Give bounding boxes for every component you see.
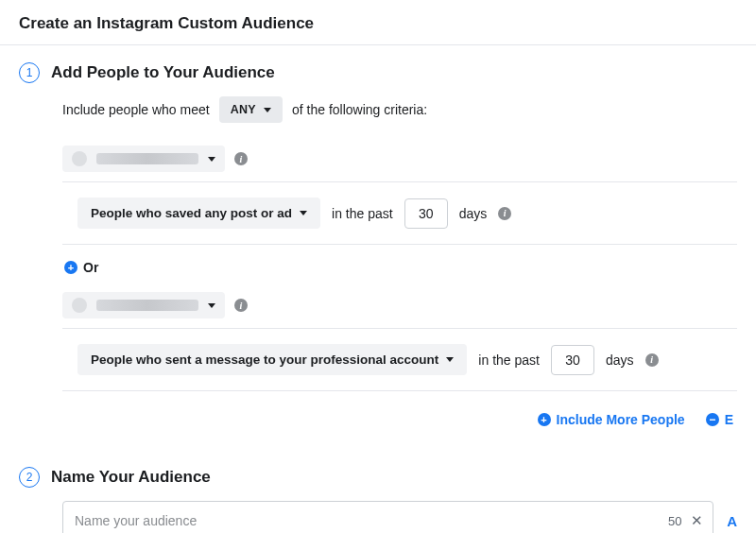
step2-title: Name Your Audience [51, 468, 211, 487]
step1-body: Include people who meet ANY of the follo… [62, 96, 737, 427]
chevron-down-icon [208, 157, 215, 162]
clear-input-button[interactable]: ✕ [690, 512, 706, 529]
char-count: 50 [661, 514, 689, 528]
avatar-icon [72, 298, 87, 313]
include-line: Include people who meet ANY of the follo… [62, 96, 737, 123]
chevron-down-icon [300, 211, 307, 215]
info-icon[interactable]: i [234, 152, 248, 165]
include-more-label: Include More People [557, 412, 685, 427]
include-more-people-link[interactable]: + Include More People [538, 412, 685, 427]
engagement-type-dropdown[interactable]: People who sent a message to your profes… [77, 344, 467, 375]
chevron-down-icon [264, 108, 271, 112]
days-input[interactable] [551, 345, 594, 375]
info-icon[interactable]: i [234, 299, 248, 312]
criteria-block: i People who saved any post or ad in the… [62, 138, 737, 245]
inclusion-actions: + Include More People − E [62, 406, 737, 427]
exclude-label-fragment: E [725, 412, 733, 427]
name-input-container: 50 ✕ [62, 501, 713, 533]
days-suffix: days [459, 206, 488, 221]
engagement-label: People who sent a message to your profes… [91, 352, 438, 367]
step1-number: 1 [19, 62, 40, 83]
add-description-link-fragment[interactable]: A [727, 513, 737, 529]
avatar-icon [72, 151, 87, 166]
audience-name-input[interactable] [75, 513, 661, 528]
engagement-type-dropdown[interactable]: People who saved any post or ad [77, 198, 320, 229]
dialog-content: 1 Add People to Your Audience Include pe… [0, 45, 756, 533]
or-label: Or [83, 260, 98, 275]
source-account-name-blurred [96, 153, 198, 164]
step2-header: 2 Name Your Audience [19, 467, 737, 488]
any-all-dropdown[interactable]: ANY [219, 96, 283, 123]
source-account-name-blurred [96, 300, 198, 311]
include-prefix: Include people who meet [62, 102, 210, 117]
or-separator: + Or [64, 260, 737, 275]
close-icon: ✕ [691, 512, 703, 529]
chevron-down-icon [208, 303, 215, 308]
source-row: i [62, 138, 737, 182]
dialog-title: Create an Instagram Custom Audience [19, 14, 737, 33]
criteria-row: People who saved any post or ad in the p… [62, 182, 737, 244]
include-suffix: of the following criteria: [292, 102, 427, 117]
minus-circle-icon: − [706, 413, 719, 426]
name-audience-row: 50 ✕ A [62, 501, 737, 533]
chevron-down-icon [446, 357, 454, 362]
step2-number: 2 [19, 467, 40, 488]
exclude-people-link[interactable]: − E [706, 412, 733, 427]
source-account-dropdown[interactable] [62, 292, 225, 318]
days-input[interactable] [404, 198, 448, 229]
days-suffix: days [606, 352, 634, 368]
dialog-header: Create an Instagram Custom Audience [0, 0, 756, 45]
criteria-block: i People who sent a message to your prof… [62, 284, 737, 391]
source-account-dropdown[interactable] [62, 146, 225, 172]
step1-title: Add People to Your Audience [51, 63, 275, 82]
info-icon[interactable]: i [498, 207, 511, 220]
source-row: i [62, 284, 737, 329]
past-prefix: in the past [478, 352, 540, 368]
any-all-label: ANY [231, 103, 256, 116]
past-prefix: in the past [332, 206, 393, 221]
criteria-row: People who sent a message to your profes… [62, 329, 737, 390]
plus-circle-icon: + [538, 413, 551, 426]
engagement-label: People who saved any post or ad [91, 206, 292, 220]
plus-circle-icon: + [64, 261, 77, 274]
step1-header: 1 Add People to Your Audience [19, 62, 737, 83]
info-icon[interactable]: i [645, 353, 659, 367]
